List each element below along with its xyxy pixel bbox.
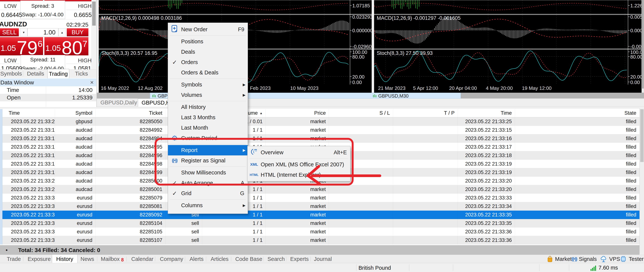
sell-button[interactable]: SELL xyxy=(0,28,19,36)
cell-volume: 1 / 1 xyxy=(202,236,266,244)
history-row-82284994[interactable]: 2023.05.22 21:33:16audcad82284994sell1 /… xyxy=(2,134,640,143)
connection-status: 7.60 ms xyxy=(590,265,618,271)
history-row-82285050[interactable]: 2023.05.22 21:33:25gbpusd82285050sell1 /… xyxy=(2,117,640,126)
stoch-indicator-label: Stoch(8,3,3) 20.57 16.95 xyxy=(102,50,157,56)
dock-button-vps[interactable]: VPS xyxy=(600,255,620,263)
menu-item-new-order[interactable]: New OrderF9 xyxy=(168,24,248,35)
toolbox-tab-company[interactable]: Company xyxy=(160,255,183,263)
menu-item-columns[interactable]: Columns▶ xyxy=(168,200,248,211)
column-header-time[interactable]: Time xyxy=(2,109,55,117)
column-header-ticket[interactable]: Ticket xyxy=(96,109,166,117)
cell-price: market xyxy=(266,228,329,236)
history-row-82285104[interactable]: 2023.05.22 21:33:35eurusd82285104sell1 /… xyxy=(2,219,640,228)
chart-tab-gbpusd-daily[interactable]: GBPUSD,Daily xyxy=(100,98,137,106)
cell-state: filled xyxy=(515,236,640,244)
cell-time: 2023.05.22 21:33:16 xyxy=(2,134,55,143)
cell-ticket: 82284994 xyxy=(96,134,166,143)
history-row-82285079[interactable]: 2023.05.22 21:33:33eurusd82285079buy1 / … xyxy=(2,194,640,202)
menu-item-orders[interactable]: ✓Orders xyxy=(168,57,248,67)
market-watch-tab-symbols[interactable]: Symbols xyxy=(0,69,22,78)
toolbox-tab-articles[interactable]: Articles xyxy=(211,255,228,263)
history-row-82285092[interactable]: 2023.05.22 21:33:35eurusd82285092sell1 /… xyxy=(2,211,640,219)
menu-item-all-history[interactable]: All History xyxy=(168,102,248,112)
menu-item-grid[interactable]: ✓GridG xyxy=(168,188,248,199)
market-watch-scrollbar[interactable] xyxy=(92,0,96,69)
market-watch-tab-trading[interactable]: Trading xyxy=(48,69,69,78)
cell-tp xyxy=(393,151,458,160)
market-watch-tab-details[interactable]: Details xyxy=(24,69,47,78)
sell-price-sup: 6 xyxy=(38,39,42,49)
cell-symbol: eurusd xyxy=(55,211,96,219)
column-header-state[interactable]: State xyxy=(515,109,640,117)
menu-item-register-as-signal[interactable]: ((•))Register as Signal xyxy=(168,155,248,166)
cell-state: filled xyxy=(515,202,640,211)
toolbox-tab-news[interactable]: News xyxy=(80,255,94,263)
buy-price-panel[interactable]: 1.05 80 7 xyxy=(44,37,88,55)
menu-item-report[interactable]: Report▶ xyxy=(168,145,248,155)
volume-increment-button[interactable]: ▴ xyxy=(58,28,66,36)
chart-window-gbpusd-m30[interactable]: MACD(12,26,9) -0.001297 -0.001605Stoch(8… xyxy=(374,0,642,94)
cell-ticket: 82285104 xyxy=(96,219,166,228)
column-header-tp[interactable]: T / P xyxy=(393,109,458,117)
menu-item-auto-arrange[interactable]: ✓Auto ArrangeA xyxy=(168,178,248,188)
market-watch-tab-ticks[interactable]: Ticks xyxy=(71,69,92,78)
toolbox-tab-journal[interactable]: Journal xyxy=(314,255,332,263)
history-row-82285107[interactable]: 2023.05.22 21:33:36eurusd82285107sell1 /… xyxy=(2,236,640,244)
menu-item-last-month[interactable]: Last Month xyxy=(168,123,248,133)
checkmark-icon: ✓ xyxy=(172,59,177,66)
cell-type: sell xyxy=(166,228,202,236)
menu-item-volumes[interactable]: Volumes▶ xyxy=(168,90,248,100)
volume-decrement-button[interactable]: ▾ xyxy=(20,28,28,36)
close-icon[interactable]: × xyxy=(90,79,94,86)
column-header-time2[interactable]: Time xyxy=(458,109,515,117)
cell-tp xyxy=(393,236,458,244)
menu-item-open-xml-ms-office-excel-2007[interactable]: XMLOpen XML (MS Office Excel 2007) xyxy=(248,159,350,170)
cell-time: 2023.05.22 21:33:20 xyxy=(2,177,55,185)
cell-tp xyxy=(393,202,458,211)
menu-item-deals[interactable]: Deals xyxy=(168,47,248,57)
column-header-sl[interactable]: S / L xyxy=(329,109,393,117)
table-header-row[interactable]: TimeSymbolTicketTypeVolume▲PriceS / LT /… xyxy=(2,109,640,117)
toolbox-tab-exposure[interactable]: Exposure xyxy=(28,255,51,263)
cell-state: filled xyxy=(515,143,640,151)
menu-item-last-3-months[interactable]: Last 3 Months xyxy=(168,112,248,123)
toolbox-tab-history[interactable]: History xyxy=(52,254,78,263)
menu-item-overview[interactable]: OverviewAlt+E xyxy=(248,147,350,158)
cell-time2: 2023.05.22 21:33:34 xyxy=(458,202,515,211)
time-axis-label: 5 Apr 12:00 xyxy=(413,85,438,91)
cell-ticket: 82285081 xyxy=(96,202,166,211)
menu-item-orders-deals[interactable]: Orders & Deals xyxy=(168,67,248,78)
toolbox-tab-mailbox[interactable]: Mailbox8 xyxy=(101,255,124,263)
overview-icon xyxy=(250,148,258,157)
cell-sl xyxy=(329,126,393,134)
menu-item-html-internet-explorer[interactable]: HTMLHTML (Internet Explorer) xyxy=(248,170,350,180)
dock-button-market[interactable]: Market xyxy=(547,255,572,263)
toolbox-tab-alerts[interactable]: Alerts xyxy=(190,255,204,263)
table-scrollbar[interactable] xyxy=(640,108,644,254)
history-row-82284992[interactable]: 2023.05.22 21:33:15audcad82284992buy1 / … xyxy=(2,126,640,134)
column-header-price[interactable]: Price xyxy=(266,109,329,117)
menu-item-symbols[interactable]: Symbols▶ xyxy=(168,79,248,90)
toolbox-tab-code-base[interactable]: Code Base xyxy=(235,255,262,263)
toolbox-tab-trade[interactable]: Trade xyxy=(7,255,21,263)
dock-button-tester[interactable]: Tester xyxy=(620,255,644,263)
toolbox-tab-experts[interactable]: Experts xyxy=(290,255,309,263)
history-row-82285001[interactable]: 2023.05.22 21:33:20audcad82285001sell1 /… xyxy=(2,185,640,194)
sell-price-panel[interactable]: 1.05 79 6 xyxy=(0,37,43,55)
toolbox-tab-calendar[interactable]: Calendar xyxy=(131,255,154,263)
summary-text: Total: 34 Filled: 34 Canceled: 0 xyxy=(18,247,100,253)
xml-file-icon: XML xyxy=(250,162,258,167)
history-row-82285105[interactable]: 2023.05.22 21:33:36eurusd82285105sell1 /… xyxy=(2,228,640,236)
column-header-symbol[interactable]: Symbol xyxy=(55,109,96,117)
buy-button[interactable]: BUY xyxy=(67,28,88,36)
cell-sl xyxy=(329,134,393,143)
volume-input[interactable]: 1.00 xyxy=(28,28,58,36)
menu-item-custom-period[interactable]: ⚙Custom Period xyxy=(168,133,248,143)
history-row-82285081[interactable]: 2023.05.22 21:33:34eurusd82285081sell1 /… xyxy=(2,202,640,211)
cell-state: filled xyxy=(515,160,640,168)
toolbox-tab-search[interactable]: Search xyxy=(268,255,285,263)
charts-scrollbar[interactable] xyxy=(642,0,644,94)
menu-item-positions[interactable]: Positions xyxy=(168,36,248,47)
menu-item-show-milliseconds[interactable]: Show Milliseconds xyxy=(168,168,248,178)
dock-button-signals[interactable]: ((•))Signals xyxy=(572,255,597,263)
